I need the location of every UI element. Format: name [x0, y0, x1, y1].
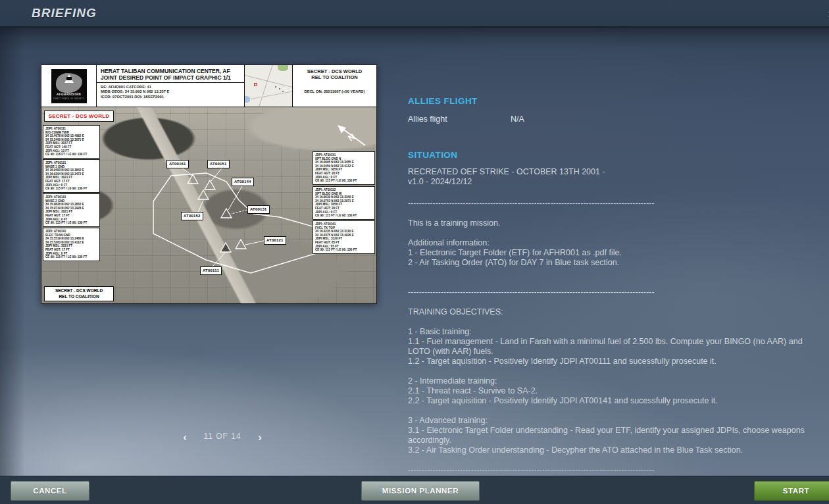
map-road-line	[251, 89, 293, 99]
next-page-icon[interactable]: ›	[253, 430, 267, 445]
map-target-marker	[254, 83, 257, 86]
jdpi-info-box: JDPI: AT00151 SPT BLDG GND N 34 16.0695 …	[313, 151, 375, 185]
briefing-stage: AFGHANISTAN DIRECTORATE OF TARGETS HERAT…	[0, 28, 829, 476]
logo-emblem-icon	[64, 74, 74, 83]
document-header: AFGHANISTAN DIRECTORATE OF TARGETS HERAT…	[41, 65, 376, 107]
map-green-area	[278, 65, 288, 71]
previous-page-icon[interactable]: ‹	[178, 430, 192, 445]
target-area-polygon	[153, 173, 324, 273]
jdpi-info-box: JDPI: AT00131 WHSE 2 GND 34 15.9828 N 06…	[43, 193, 100, 227]
classification-banner: SECRET - DCS WORLD REL TO COALITION	[293, 68, 376, 80]
icod-doi-line: ICOD: 07OCT2001 DOI: 18SEP2001	[101, 95, 240, 99]
north-arrow-icon: N	[338, 125, 365, 145]
document-title-cell: HERAT TALIBAN COMMUNICATION CENTER, AF J…	[97, 65, 245, 107]
allies-flight-heading: ALLIES FLIGHT	[408, 96, 813, 106]
footer-classification-line2: REL TO COALITION	[45, 294, 113, 300]
logo-subcaption: DIRECTORATE OF TARGETS	[51, 97, 87, 100]
briefing-text-panel: ALLIES FLIGHT Allies flight N/A SITUATIO…	[408, 96, 813, 475]
classification-line2: REL TO COALITION	[293, 74, 376, 80]
allies-flight-value: N/A	[511, 114, 524, 124]
jdpi-info-box: JDPI: AT00161 FUEL TK TOP 34 16.0235 N 0…	[313, 220, 375, 254]
document-pagination: ‹ 11 OF 14 ›	[172, 429, 271, 446]
jdpi-info-box: JDPI: AT00121 WHSE 1 GND 34 16.0483 N 06…	[43, 159, 100, 193]
footer-classification-line1: SECRET - DCS WORLD	[45, 288, 113, 294]
title-bar: BRIEFING ›	[0, 0, 829, 28]
bottom-action-bar: CANCEL MISSION PLANNER START	[0, 476, 829, 504]
classification-line1: SECRET - DCS WORLD	[293, 68, 376, 74]
agency-logo-cell: AFGHANISTAN DIRECTORATE OF TARGETS	[41, 65, 97, 107]
situation-title: RECREATED OEF STRIKE - OCTOBER 13TH 2001…	[408, 167, 803, 187]
classification-cell: SECRET - DCS WORLD REL TO COALITION DECL…	[293, 65, 376, 107]
target-label: AT00121	[264, 236, 286, 245]
document-title-line1: HERAT TALIBAN COMMUNICATION CENTER, AF	[101, 68, 240, 74]
footer-classification: SECRET - DCS WORLD REL TO COALITION	[44, 286, 114, 301]
target-graphic-document: AFGHANISTAN DIRECTORATE OF TARGETS HERAT…	[41, 64, 377, 304]
secret-banner: SECRET - DCS WORLD	[44, 111, 114, 122]
situation-heading: SITUATION	[408, 150, 813, 160]
start-button[interactable]: START	[754, 481, 829, 501]
map-water-area	[245, 96, 250, 103]
svg-text:N: N	[346, 132, 357, 143]
satellite-image: N SECRET - DCS WORLD JDPI: AT00111 R/O C…	[41, 107, 376, 303]
location-map-thumbnail	[245, 65, 293, 107]
map-city-dots	[274, 85, 286, 94]
jdpi-info-box: JDPI: AT00111 R/O COMM TWR 34 15.4678 N …	[43, 125, 100, 159]
document-title-line2: JOINT DESIRED POINT OF IMPACT GRAPHIC 1/…	[101, 74, 240, 81]
target-label: AT00144	[232, 178, 254, 186]
situation-body-text: ----------------------------------------…	[408, 199, 808, 475]
briefing-screen: BRIEFING › AFGHANISTAN DIRECTORATE OF TA…	[0, 0, 829, 504]
target-label: AT00151	[207, 160, 230, 168]
target-label: AT00161	[166, 160, 189, 168]
midb-geos-line: MIDB GEOS: 34 15.993 N 062 13.357 E	[101, 89, 240, 94]
cancel-button[interactable]: CANCEL	[11, 481, 89, 501]
allies-flight-label: Allies flight	[408, 114, 447, 124]
document-title: HERAT TALIBAN COMMUNICATION CENTER, AF J…	[97, 65, 244, 83]
jdpi-info-box: JDPI: AT00152 SPT BLDG GND W 34 16.0639 …	[313, 186, 375, 220]
target-label: AT00152	[181, 212, 203, 220]
target-label: AT00111	[200, 266, 222, 275]
target-label: AT00131	[247, 205, 270, 214]
mission-planner-button[interactable]: MISSION PLANNER	[361, 481, 480, 501]
declassification-line: DECL ON: 20511007 (+50 YEARS)	[293, 89, 376, 93]
jdpi-info-box: JDPI: AT00141 ELEC TRAN GND 34 15.5519 N…	[43, 228, 100, 261]
document-meta: BE: AFHR001 CATCODE: 41 MIDB GEOS: 34 15…	[97, 83, 244, 101]
page-indicator: 11 OF 14	[195, 432, 250, 441]
logo-caption: AFGHANISTAN	[51, 93, 87, 96]
page-title: BRIEFING	[32, 6, 97, 20]
be-catcode-line: BE: AFHR001 CATCODE: 41	[101, 85, 240, 89]
allies-flight-row: Allies flight N/A	[408, 114, 813, 124]
map-road-line	[257, 65, 274, 107]
afghanistan-logo: AFGHANISTAN DIRECTORATE OF TARGETS	[51, 69, 87, 103]
